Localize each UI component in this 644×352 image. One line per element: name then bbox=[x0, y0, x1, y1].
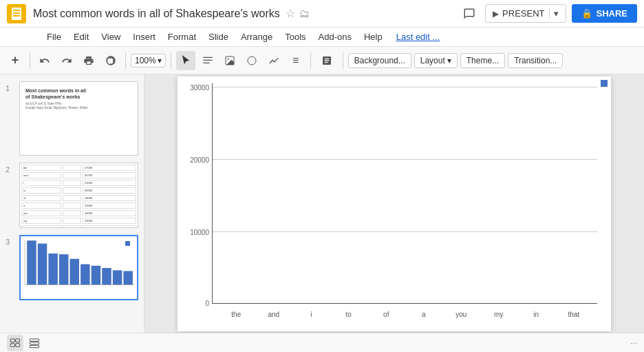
slide-thumbnail-2[interactable]: the27596 and26706 i21000 to20500 of18000… bbox=[19, 163, 138, 228]
theme-label: Theme... bbox=[466, 56, 499, 65]
comments-button[interactable] bbox=[459, 3, 480, 24]
transition-label: Transition... bbox=[514, 56, 557, 65]
x-label-my: my bbox=[482, 311, 516, 318]
svg-rect-15 bbox=[10, 339, 14, 342]
layout-label: Layout bbox=[420, 56, 445, 65]
x-label-in: in bbox=[519, 311, 553, 318]
menu-help[interactable]: Help bbox=[358, 30, 388, 44]
select-tool-button[interactable] bbox=[176, 51, 195, 70]
transition-button[interactable]: Transition... bbox=[508, 53, 563, 68]
menu-view[interactable]: View bbox=[96, 30, 126, 44]
toolbar: + 100% ▾ ≡ Background... Layout ▾ bbox=[0, 47, 644, 74]
toolbar-separator-5 bbox=[343, 52, 343, 69]
print-button[interactable] bbox=[79, 51, 98, 70]
slide-1-subtitle: via GCP and G Suite APIs:Google Apps Scr… bbox=[25, 102, 132, 111]
slide-canvas[interactable]: 30000 20000 10000 0 bbox=[178, 76, 611, 331]
toolbar-separator-4 bbox=[310, 52, 311, 69]
add-slide-button[interactable]: + bbox=[6, 51, 25, 70]
slide-item-3[interactable]: 3 bbox=[6, 235, 138, 300]
y-label-30000: 30000 bbox=[190, 83, 209, 91]
slide-item-1[interactable]: 1 Most common words in allof Shakespeare… bbox=[6, 81, 138, 156]
zoom-arrow: ▾ bbox=[158, 56, 162, 65]
background-button[interactable]: Background... bbox=[348, 53, 411, 68]
x-label-to: to bbox=[332, 311, 366, 318]
zoom-selector[interactable]: 100% ▾ bbox=[131, 54, 166, 68]
svg-rect-17 bbox=[10, 343, 14, 346]
present-play-icon: ▶ bbox=[493, 9, 499, 19]
share-label: SHARE bbox=[596, 8, 627, 19]
menu-slide[interactable]: Slide bbox=[203, 30, 234, 44]
menu-edit[interactable]: Edit bbox=[68, 30, 94, 44]
last-edit-link[interactable]: Last edit ... bbox=[396, 32, 440, 42]
x-label-that: that bbox=[557, 311, 591, 318]
title-bar: Most common words in all of Shakespeare'… bbox=[0, 0, 644, 28]
x-label-i: i bbox=[294, 311, 328, 318]
app-icon-lines bbox=[13, 10, 20, 18]
menu-insert[interactable]: Insert bbox=[127, 30, 161, 44]
svg-rect-9 bbox=[92, 266, 101, 285]
svg-rect-6 bbox=[59, 254, 69, 284]
toolbar-separator-2 bbox=[125, 52, 126, 69]
slide-2-table: the27596 and26706 i21000 to20500 of18000… bbox=[20, 163, 138, 228]
x-label-the: the bbox=[219, 311, 253, 318]
y-label-20000: 20000 bbox=[190, 156, 209, 164]
folder-icon[interactable]: 🗂 bbox=[299, 8, 310, 19]
x-label-a: a bbox=[407, 311, 441, 318]
status-bar: ··· bbox=[0, 333, 644, 352]
present-button[interactable]: ▶ PRESENT ▾ bbox=[485, 4, 566, 23]
slide-1-title: Most common words in allof Shakespeare's… bbox=[25, 87, 132, 100]
svg-rect-5 bbox=[48, 253, 58, 284]
line-tool-button[interactable] bbox=[264, 51, 283, 70]
svg-point-2 bbox=[248, 56, 256, 65]
layout-button[interactable]: Layout ▾ bbox=[414, 53, 458, 68]
expand-dots[interactable]: ··· bbox=[630, 338, 637, 348]
x-axis-labels: the and i to of a you my in that bbox=[219, 311, 590, 318]
toolbar-separator-3 bbox=[171, 52, 171, 69]
slides-panel: 1 Most common words in allof Shakespeare… bbox=[0, 74, 144, 333]
insert-image-button[interactable] bbox=[316, 51, 338, 70]
svg-rect-4 bbox=[38, 244, 47, 285]
menu-addons[interactable]: Add-ons bbox=[313, 30, 357, 44]
svg-rect-19 bbox=[30, 339, 39, 341]
main-area: 1 Most common words in allof Shakespeare… bbox=[0, 74, 644, 333]
grid-view-button[interactable] bbox=[26, 335, 43, 351]
menu-tools[interactable]: Tools bbox=[279, 30, 311, 44]
slide-thumbnail-1[interactable]: Most common words in allof Shakespeare's… bbox=[19, 81, 138, 156]
x-label-you: you bbox=[444, 311, 478, 318]
present-label: PRESENT bbox=[502, 8, 544, 19]
slide-thumbnail-3[interactable] bbox=[19, 235, 138, 300]
background-label: Background... bbox=[354, 56, 405, 65]
document-title[interactable]: Most common words in all of Shakespeare'… bbox=[33, 8, 280, 20]
zoom-value: 100% bbox=[135, 56, 156, 65]
shape-tool-button[interactable] bbox=[242, 51, 261, 70]
text-box-tool-button[interactable] bbox=[198, 51, 217, 70]
slideshow-view-button[interactable] bbox=[7, 335, 23, 351]
svg-rect-8 bbox=[80, 265, 90, 285]
star-icon[interactable]: ☆ bbox=[286, 7, 295, 20]
svg-rect-12 bbox=[123, 271, 133, 284]
editing-area[interactable]: 30000 20000 10000 0 bbox=[144, 74, 644, 333]
app-icon-shape bbox=[12, 8, 21, 20]
share-button[interactable]: 🔒 SHARE bbox=[572, 4, 637, 23]
x-label-and: and bbox=[257, 311, 291, 318]
menu-arrange[interactable]: Arrange bbox=[235, 30, 278, 44]
undo-button[interactable] bbox=[35, 51, 54, 70]
cursor-button[interactable] bbox=[101, 51, 120, 70]
present-dropdown-arrow[interactable]: ▾ bbox=[549, 8, 559, 19]
y-label-10000: 10000 bbox=[190, 229, 209, 236]
slide-view-controls bbox=[7, 335, 43, 351]
menu-file[interactable]: File bbox=[41, 30, 67, 44]
title-icons: ☆ 🗂 bbox=[286, 7, 310, 20]
more-tool-button[interactable]: ≡ bbox=[286, 51, 305, 70]
svg-rect-10 bbox=[102, 268, 111, 284]
slide-item-2[interactable]: 2 the27596 and26706 i21000 to20500 of180… bbox=[6, 163, 138, 228]
slide-3-mini-chart bbox=[23, 239, 134, 296]
lock-icon: 🔒 bbox=[581, 8, 592, 19]
title-actions: ▶ PRESENT ▾ 🔒 SHARE bbox=[459, 3, 637, 24]
theme-button[interactable]: Theme... bbox=[460, 53, 505, 68]
app-icon bbox=[7, 4, 26, 23]
menu-format[interactable]: Format bbox=[162, 30, 202, 44]
redo-button[interactable] bbox=[57, 51, 76, 70]
bars-container bbox=[213, 83, 597, 303]
image-tool-button[interactable] bbox=[220, 51, 239, 70]
